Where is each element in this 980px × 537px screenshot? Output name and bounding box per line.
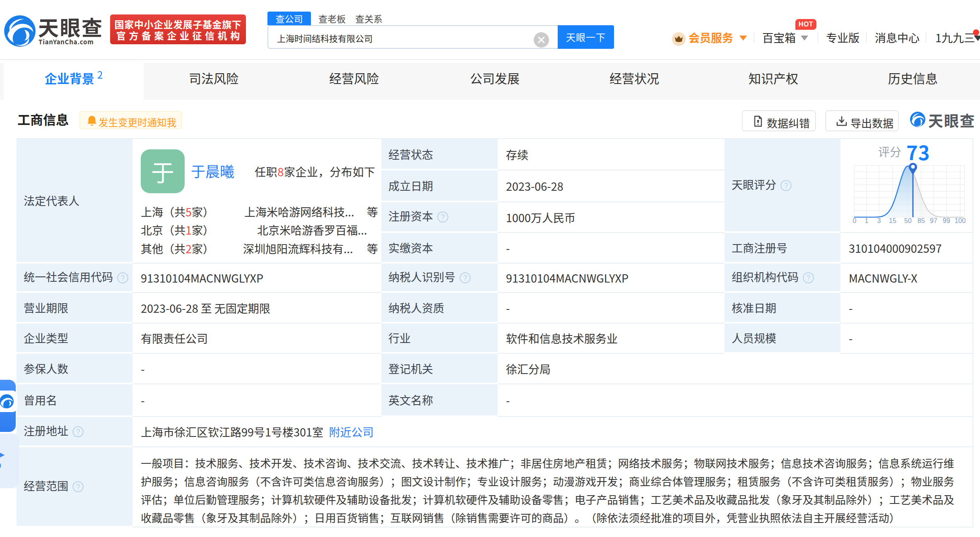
svg-text:0: 0	[853, 217, 857, 224]
svg-text:100: 100	[955, 217, 966, 224]
svg-text:3: 3	[877, 217, 881, 224]
svg-text:1: 1	[865, 217, 869, 224]
svg-text:?: ?	[120, 273, 125, 282]
svg-text:97: 97	[930, 217, 937, 224]
svg-text:50: 50	[904, 217, 912, 224]
svg-text:99: 99	[943, 217, 950, 224]
svg-text:85: 85	[917, 217, 925, 224]
svg-text:?: ?	[441, 213, 445, 221]
svg-text:?: ?	[806, 273, 810, 282]
svg-text:?: ?	[463, 273, 467, 282]
svg-text:?: ?	[76, 483, 80, 491]
svg-text:?: ?	[784, 181, 788, 189]
svg-text:15: 15	[889, 217, 896, 224]
svg-text:?: ?	[76, 427, 80, 436]
